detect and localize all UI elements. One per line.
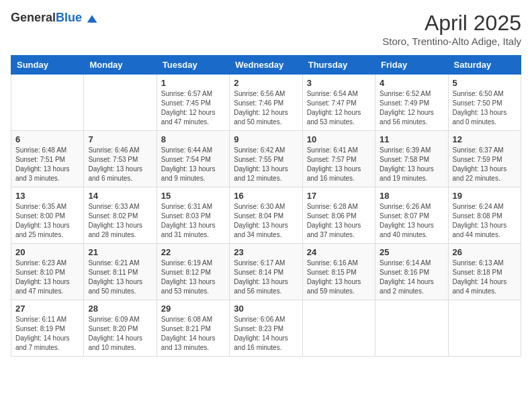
day-number: 2 [234, 78, 298, 88]
day-info: Sunrise: 6:42 AM Sunset: 7:55 PM Dayligh… [234, 146, 298, 183]
day-number: 5 [453, 78, 517, 88]
header: GeneralBlue April 2025 Storo, Trentino-A… [11, 11, 521, 47]
calendar-week-row: 27Sunrise: 6:11 AM Sunset: 8:19 PM Dayli… [11, 300, 521, 357]
weekday-header: Saturday [448, 56, 521, 75]
calendar-cell: 9Sunrise: 6:42 AM Sunset: 7:55 PM Daylig… [230, 131, 302, 187]
day-info: Sunrise: 6:23 AM Sunset: 8:10 PM Dayligh… [15, 259, 79, 296]
day-number: 24 [307, 247, 371, 257]
day-info: Sunrise: 6:09 AM Sunset: 8:20 PM Dayligh… [88, 315, 152, 353]
calendar-cell: 2Sunrise: 6:56 AM Sunset: 7:46 PM Daylig… [230, 75, 302, 131]
day-number: 20 [15, 247, 79, 257]
day-number: 27 [15, 304, 79, 314]
day-number: 13 [15, 191, 79, 201]
calendar-cell: 29Sunrise: 6:08 AM Sunset: 8:21 PM Dayli… [157, 300, 229, 357]
calendar-cell: 5Sunrise: 6:50 AM Sunset: 7:50 PM Daylig… [448, 75, 521, 131]
calendar-cell: 22Sunrise: 6:19 AM Sunset: 8:12 PM Dayli… [157, 244, 229, 300]
day-info: Sunrise: 6:46 AM Sunset: 7:53 PM Dayligh… [88, 146, 152, 183]
logo-icon [86, 13, 98, 25]
day-number: 3 [307, 78, 371, 88]
day-info: Sunrise: 6:52 AM Sunset: 7:49 PM Dayligh… [380, 89, 443, 127]
day-number: 29 [161, 304, 225, 314]
weekday-header: Monday [84, 56, 157, 75]
calendar-cell: 6Sunrise: 6:48 AM Sunset: 7:51 PM Daylig… [11, 131, 84, 187]
main-title: April 2025 [382, 11, 521, 36]
calendar-week-row: 20Sunrise: 6:23 AM Sunset: 8:10 PM Dayli… [11, 244, 521, 300]
weekday-header: Friday [375, 56, 448, 75]
day-info: Sunrise: 6:30 AM Sunset: 8:04 PM Dayligh… [234, 202, 298, 240]
calendar-week-row: 1Sunrise: 6:57 AM Sunset: 7:45 PM Daylig… [11, 75, 521, 131]
calendar-cell: 12Sunrise: 6:37 AM Sunset: 7:59 PM Dayli… [448, 131, 521, 187]
weekday-header: Wednesday [230, 56, 302, 75]
day-number: 19 [453, 191, 517, 201]
day-number: 23 [234, 247, 298, 257]
calendar-header-row: SundayMondayTuesdayWednesdayThursdayFrid… [11, 56, 521, 75]
calendar-cell: 18Sunrise: 6:26 AM Sunset: 8:07 PM Dayli… [375, 187, 448, 244]
calendar-cell: 11Sunrise: 6:39 AM Sunset: 7:58 PM Dayli… [375, 131, 448, 187]
calendar-week-row: 6Sunrise: 6:48 AM Sunset: 7:51 PM Daylig… [11, 131, 521, 187]
day-number: 28 [88, 304, 152, 314]
day-number: 12 [453, 134, 517, 144]
calendar-cell [11, 75, 84, 131]
day-number: 26 [453, 247, 517, 257]
day-number: 4 [380, 78, 443, 88]
calendar-cell: 4Sunrise: 6:52 AM Sunset: 7:49 PM Daylig… [375, 75, 448, 131]
calendar-week-row: 13Sunrise: 6:35 AM Sunset: 8:00 PM Dayli… [11, 187, 521, 244]
logo-general: General [11, 11, 56, 24]
logo: GeneralBlue [11, 11, 98, 25]
day-number: 16 [234, 191, 298, 201]
day-number: 15 [161, 191, 225, 201]
calendar-cell: 15Sunrise: 6:31 AM Sunset: 8:03 PM Dayli… [157, 187, 229, 244]
calendar-cell [84, 75, 157, 131]
calendar-cell: 20Sunrise: 6:23 AM Sunset: 8:10 PM Dayli… [11, 244, 84, 300]
calendar-cell [302, 300, 375, 357]
weekday-header: Tuesday [157, 56, 229, 75]
calendar-cell: 8Sunrise: 6:44 AM Sunset: 7:54 PM Daylig… [157, 131, 229, 187]
day-number: 25 [380, 247, 443, 257]
calendar-cell: 3Sunrise: 6:54 AM Sunset: 7:47 PM Daylig… [302, 75, 375, 131]
day-number: 17 [307, 191, 371, 201]
day-number: 11 [380, 134, 443, 144]
day-info: Sunrise: 6:14 AM Sunset: 8:16 PM Dayligh… [380, 259, 443, 296]
day-info: Sunrise: 6:16 AM Sunset: 8:15 PM Dayligh… [307, 259, 371, 296]
day-info: Sunrise: 6:48 AM Sunset: 7:51 PM Dayligh… [15, 146, 79, 183]
day-number: 8 [161, 134, 225, 144]
day-number: 10 [307, 134, 371, 144]
day-info: Sunrise: 6:37 AM Sunset: 7:59 PM Dayligh… [453, 146, 517, 183]
day-info: Sunrise: 6:56 AM Sunset: 7:46 PM Dayligh… [234, 89, 298, 127]
calendar-cell: 14Sunrise: 6:33 AM Sunset: 8:02 PM Dayli… [84, 187, 157, 244]
calendar-cell: 24Sunrise: 6:16 AM Sunset: 8:15 PM Dayli… [302, 244, 375, 300]
calendar-cell: 10Sunrise: 6:41 AM Sunset: 7:57 PM Dayli… [302, 131, 375, 187]
calendar-table: SundayMondayTuesdayWednesdayThursdayFrid… [11, 55, 521, 357]
day-info: Sunrise: 6:35 AM Sunset: 8:00 PM Dayligh… [15, 202, 79, 240]
calendar-cell: 17Sunrise: 6:28 AM Sunset: 8:06 PM Dayli… [302, 187, 375, 244]
day-number: 7 [88, 134, 152, 144]
day-number: 6 [15, 134, 79, 144]
day-info: Sunrise: 6:13 AM Sunset: 8:18 PM Dayligh… [453, 259, 517, 296]
logo-blue: Blue [56, 11, 82, 24]
day-info: Sunrise: 6:24 AM Sunset: 8:08 PM Dayligh… [453, 202, 517, 240]
day-number: 30 [234, 304, 298, 314]
calendar-cell [448, 300, 521, 357]
day-info: Sunrise: 6:08 AM Sunset: 8:21 PM Dayligh… [161, 315, 225, 353]
calendar-cell: 28Sunrise: 6:09 AM Sunset: 8:20 PM Dayli… [84, 300, 157, 357]
day-info: Sunrise: 6:19 AM Sunset: 8:12 PM Dayligh… [161, 259, 225, 296]
day-number: 18 [380, 191, 443, 201]
weekday-header: Sunday [11, 56, 84, 75]
day-number: 1 [161, 78, 225, 88]
day-info: Sunrise: 6:21 AM Sunset: 8:11 PM Dayligh… [88, 259, 152, 296]
calendar-cell: 16Sunrise: 6:30 AM Sunset: 8:04 PM Dayli… [230, 187, 302, 244]
calendar-cell: 23Sunrise: 6:17 AM Sunset: 8:14 PM Dayli… [230, 244, 302, 300]
day-number: 21 [88, 247, 152, 257]
day-info: Sunrise: 6:50 AM Sunset: 7:50 PM Dayligh… [453, 89, 517, 127]
calendar-cell: 19Sunrise: 6:24 AM Sunset: 8:08 PM Dayli… [448, 187, 521, 244]
calendar-cell: 30Sunrise: 6:06 AM Sunset: 8:23 PM Dayli… [230, 300, 302, 357]
title-area: April 2025 Storo, Trentino-Alto Adige, I… [382, 11, 521, 47]
weekday-header: Thursday [302, 56, 375, 75]
day-info: Sunrise: 6:41 AM Sunset: 7:57 PM Dayligh… [307, 146, 371, 183]
day-info: Sunrise: 6:06 AM Sunset: 8:23 PM Dayligh… [234, 315, 298, 353]
day-info: Sunrise: 6:57 AM Sunset: 7:45 PM Dayligh… [161, 89, 225, 127]
subtitle: Storo, Trentino-Alto Adige, Italy [382, 36, 521, 47]
calendar-cell: 27Sunrise: 6:11 AM Sunset: 8:19 PM Dayli… [11, 300, 84, 357]
calendar-cell: 21Sunrise: 6:21 AM Sunset: 8:11 PM Dayli… [84, 244, 157, 300]
day-info: Sunrise: 6:31 AM Sunset: 8:03 PM Dayligh… [161, 202, 225, 240]
